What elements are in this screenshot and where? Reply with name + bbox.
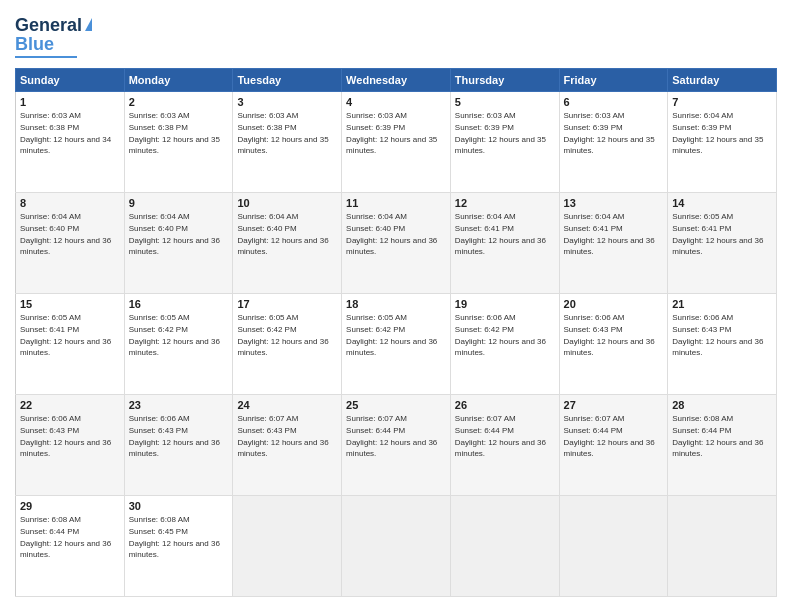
day-number: 11: [346, 197, 446, 209]
calendar-cell: 1Sunrise: 6:03 AMSunset: 6:38 PMDaylight…: [16, 92, 125, 193]
calendar-cell: 12Sunrise: 6:04 AMSunset: 6:41 PMDayligh…: [450, 193, 559, 294]
day-number: 14: [672, 197, 772, 209]
calendar-cell: 10Sunrise: 6:04 AMSunset: 6:40 PMDayligh…: [233, 193, 342, 294]
calendar-cell: 19Sunrise: 6:06 AMSunset: 6:42 PMDayligh…: [450, 294, 559, 395]
calendar-cell: 30Sunrise: 6:08 AMSunset: 6:45 PMDayligh…: [124, 496, 233, 597]
day-number: 8: [20, 197, 120, 209]
day-number: 12: [455, 197, 555, 209]
calendar-body: 1Sunrise: 6:03 AMSunset: 6:38 PMDaylight…: [16, 92, 777, 597]
cell-text: Sunrise: 6:08 AMSunset: 6:44 PMDaylight:…: [672, 414, 763, 458]
calendar-cell: [450, 496, 559, 597]
day-number: 18: [346, 298, 446, 310]
cell-text: Sunrise: 6:05 AMSunset: 6:42 PMDaylight:…: [346, 313, 437, 357]
calendar-day-header: Saturday: [668, 69, 777, 92]
day-number: 1: [20, 96, 120, 108]
cell-text: Sunrise: 6:07 AMSunset: 6:44 PMDaylight:…: [346, 414, 437, 458]
page: General Blue SundayMondayTuesdayWednesda…: [0, 0, 792, 612]
day-number: 21: [672, 298, 772, 310]
day-number: 29: [20, 500, 120, 512]
logo-underline: [15, 56, 77, 58]
calendar-cell: 11Sunrise: 6:04 AMSunset: 6:40 PMDayligh…: [342, 193, 451, 294]
calendar-header-row: SundayMondayTuesdayWednesdayThursdayFrid…: [16, 69, 777, 92]
cell-text: Sunrise: 6:04 AMSunset: 6:41 PMDaylight:…: [564, 212, 655, 256]
calendar-cell: 9Sunrise: 6:04 AMSunset: 6:40 PMDaylight…: [124, 193, 233, 294]
cell-text: Sunrise: 6:03 AMSunset: 6:39 PMDaylight:…: [455, 111, 546, 155]
day-number: 28: [672, 399, 772, 411]
cell-text: Sunrise: 6:07 AMSunset: 6:44 PMDaylight:…: [455, 414, 546, 458]
day-number: 6: [564, 96, 664, 108]
day-number: 17: [237, 298, 337, 310]
cell-text: Sunrise: 6:07 AMSunset: 6:43 PMDaylight:…: [237, 414, 328, 458]
calendar-cell: 16Sunrise: 6:05 AMSunset: 6:42 PMDayligh…: [124, 294, 233, 395]
logo: General Blue: [15, 15, 92, 58]
day-number: 3: [237, 96, 337, 108]
logo-triangle-icon: [85, 18, 92, 31]
calendar-cell: 17Sunrise: 6:05 AMSunset: 6:42 PMDayligh…: [233, 294, 342, 395]
cell-text: Sunrise: 6:05 AMSunset: 6:41 PMDaylight:…: [20, 313, 111, 357]
calendar-cell: 24Sunrise: 6:07 AMSunset: 6:43 PMDayligh…: [233, 395, 342, 496]
calendar-cell: 26Sunrise: 6:07 AMSunset: 6:44 PMDayligh…: [450, 395, 559, 496]
cell-text: Sunrise: 6:06 AMSunset: 6:43 PMDaylight:…: [564, 313, 655, 357]
logo-blue: Blue: [15, 34, 54, 55]
day-number: 25: [346, 399, 446, 411]
day-number: 16: [129, 298, 229, 310]
calendar-week-row: 29Sunrise: 6:08 AMSunset: 6:44 PMDayligh…: [16, 496, 777, 597]
cell-text: Sunrise: 6:06 AMSunset: 6:43 PMDaylight:…: [129, 414, 220, 458]
calendar-cell: 28Sunrise: 6:08 AMSunset: 6:44 PMDayligh…: [668, 395, 777, 496]
day-number: 15: [20, 298, 120, 310]
day-number: 19: [455, 298, 555, 310]
calendar-cell: [233, 496, 342, 597]
cell-text: Sunrise: 6:03 AMSunset: 6:38 PMDaylight:…: [237, 111, 328, 155]
day-number: 7: [672, 96, 772, 108]
day-number: 22: [20, 399, 120, 411]
calendar-cell: 14Sunrise: 6:05 AMSunset: 6:41 PMDayligh…: [668, 193, 777, 294]
calendar-week-row: 8Sunrise: 6:04 AMSunset: 6:40 PMDaylight…: [16, 193, 777, 294]
calendar-cell: 25Sunrise: 6:07 AMSunset: 6:44 PMDayligh…: [342, 395, 451, 496]
calendar-day-header: Thursday: [450, 69, 559, 92]
calendar-cell: 15Sunrise: 6:05 AMSunset: 6:41 PMDayligh…: [16, 294, 125, 395]
calendar-cell: [559, 496, 668, 597]
calendar-cell: 27Sunrise: 6:07 AMSunset: 6:44 PMDayligh…: [559, 395, 668, 496]
cell-text: Sunrise: 6:04 AMSunset: 6:39 PMDaylight:…: [672, 111, 763, 155]
calendar-day-header: Wednesday: [342, 69, 451, 92]
day-number: 13: [564, 197, 664, 209]
calendar-cell: 13Sunrise: 6:04 AMSunset: 6:41 PMDayligh…: [559, 193, 668, 294]
day-number: 26: [455, 399, 555, 411]
calendar-day-header: Tuesday: [233, 69, 342, 92]
cell-text: Sunrise: 6:08 AMSunset: 6:44 PMDaylight:…: [20, 515, 111, 559]
cell-text: Sunrise: 6:05 AMSunset: 6:42 PMDaylight:…: [237, 313, 328, 357]
calendar-cell: 22Sunrise: 6:06 AMSunset: 6:43 PMDayligh…: [16, 395, 125, 496]
day-number: 27: [564, 399, 664, 411]
calendar-day-header: Monday: [124, 69, 233, 92]
calendar-cell: 5Sunrise: 6:03 AMSunset: 6:39 PMDaylight…: [450, 92, 559, 193]
cell-text: Sunrise: 6:05 AMSunset: 6:41 PMDaylight:…: [672, 212, 763, 256]
calendar-cell: 4Sunrise: 6:03 AMSunset: 6:39 PMDaylight…: [342, 92, 451, 193]
calendar-cell: [342, 496, 451, 597]
logo-general: General: [15, 15, 82, 36]
header: General Blue: [15, 15, 777, 58]
day-number: 9: [129, 197, 229, 209]
cell-text: Sunrise: 6:03 AMSunset: 6:38 PMDaylight:…: [20, 111, 111, 155]
calendar-day-header: Sunday: [16, 69, 125, 92]
calendar-cell: 2Sunrise: 6:03 AMSunset: 6:38 PMDaylight…: [124, 92, 233, 193]
calendar-cell: 7Sunrise: 6:04 AMSunset: 6:39 PMDaylight…: [668, 92, 777, 193]
calendar-cell: 18Sunrise: 6:05 AMSunset: 6:42 PMDayligh…: [342, 294, 451, 395]
day-number: 30: [129, 500, 229, 512]
cell-text: Sunrise: 6:03 AMSunset: 6:39 PMDaylight:…: [564, 111, 655, 155]
day-number: 2: [129, 96, 229, 108]
cell-text: Sunrise: 6:04 AMSunset: 6:40 PMDaylight:…: [346, 212, 437, 256]
cell-text: Sunrise: 6:06 AMSunset: 6:43 PMDaylight:…: [20, 414, 111, 458]
calendar-cell: 6Sunrise: 6:03 AMSunset: 6:39 PMDaylight…: [559, 92, 668, 193]
calendar-cell: 21Sunrise: 6:06 AMSunset: 6:43 PMDayligh…: [668, 294, 777, 395]
calendar-cell: 8Sunrise: 6:04 AMSunset: 6:40 PMDaylight…: [16, 193, 125, 294]
day-number: 20: [564, 298, 664, 310]
calendar-cell: 29Sunrise: 6:08 AMSunset: 6:44 PMDayligh…: [16, 496, 125, 597]
cell-text: Sunrise: 6:04 AMSunset: 6:41 PMDaylight:…: [455, 212, 546, 256]
calendar-cell: [668, 496, 777, 597]
cell-text: Sunrise: 6:04 AMSunset: 6:40 PMDaylight:…: [20, 212, 111, 256]
cell-text: Sunrise: 6:07 AMSunset: 6:44 PMDaylight:…: [564, 414, 655, 458]
calendar-cell: 23Sunrise: 6:06 AMSunset: 6:43 PMDayligh…: [124, 395, 233, 496]
cell-text: Sunrise: 6:04 AMSunset: 6:40 PMDaylight:…: [129, 212, 220, 256]
calendar-week-row: 1Sunrise: 6:03 AMSunset: 6:38 PMDaylight…: [16, 92, 777, 193]
calendar-week-row: 22Sunrise: 6:06 AMSunset: 6:43 PMDayligh…: [16, 395, 777, 496]
